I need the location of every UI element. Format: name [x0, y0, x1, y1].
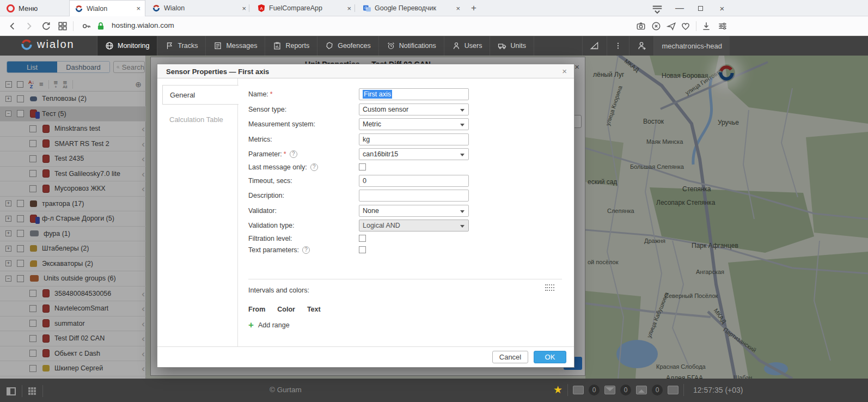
secure-lock-icon[interactable]	[96, 21, 106, 31]
forward-icon[interactable]	[24, 21, 34, 31]
field-label: Validator:	[248, 207, 359, 215]
tab-menu-icon[interactable]	[651, 3, 663, 13]
text-input[interactable]: 0	[359, 175, 469, 187]
dialog-footer: Cancel OK	[157, 346, 574, 367]
intervals-column-text: Text	[307, 306, 321, 313]
bookmark-heart-icon[interactable]	[681, 21, 690, 31]
tools-ruler-icon[interactable]	[582, 36, 607, 56]
angular-favicon-icon: A	[258, 4, 265, 12]
sensor-properties-dialog: Sensor Properties — First axis × General…	[157, 64, 574, 368]
field-label: Metrics:	[248, 136, 359, 143]
translate-favicon-icon: G	[363, 4, 371, 12]
nav-item-label: Messages	[226, 42, 257, 50]
svg-text:A: A	[260, 6, 263, 11]
dialog-close-icon[interactable]: ×	[562, 66, 567, 76]
nav-item-geofences[interactable]: Geofences	[317, 36, 378, 56]
user-switch-icon[interactable]	[629, 36, 653, 56]
form-divider	[248, 279, 562, 279]
tab-title: Wialon	[87, 5, 132, 13]
list-status-icon[interactable]	[573, 386, 584, 394]
browser-tab-bar: Меню Wialon×Wialon×AFuelCompareApp×GGoog…	[0, 0, 868, 16]
nav-item-tracks[interactable]: Tracks	[157, 36, 205, 56]
dialog-tab-calculation-table[interactable]: Calculation Table	[157, 110, 237, 130]
browser-tab[interactable]: Wialon×	[69, 0, 145, 16]
window-restore-button[interactable]	[689, 0, 711, 16]
text-input[interactable]: First axis	[359, 88, 469, 100]
intervals-column-color: Color	[277, 306, 295, 313]
adblock-shield-icon[interactable]	[651, 21, 661, 31]
field-checkbox[interactable]	[359, 163, 366, 170]
browser-address-bar: hosting.wialon.com	[0, 16, 868, 36]
wialon-logo-word: wialon	[37, 38, 75, 51]
nav-item-messages[interactable]: Messages	[205, 36, 265, 56]
form-row: Filtration level:	[248, 235, 574, 242]
select-dropdown[interactable]: Custom sensor	[359, 103, 469, 115]
new-tab-button[interactable]: +	[467, 2, 480, 15]
intervals-grid-icon[interactable]	[545, 284, 554, 291]
favorites-star-icon[interactable]: ★	[553, 383, 563, 396]
help-icon[interactable]: ?	[290, 150, 297, 158]
text-input[interactable]	[359, 190, 469, 202]
mail-status-icon[interactable]	[604, 386, 615, 394]
help-icon[interactable]: ?	[310, 163, 318, 171]
select-dropdown[interactable]: Logical AND	[359, 220, 469, 232]
share-icon[interactable]	[667, 21, 676, 31]
browser-tab[interactable]: GGoogle Переводчик×	[358, 0, 464, 16]
list-count-badge: 0	[589, 385, 600, 395]
snapshot-camera-icon[interactable]	[636, 21, 646, 31]
nav-item-units[interactable]: Units	[490, 36, 534, 56]
nav-item-monitoring[interactable]: Monitoring	[97, 36, 157, 56]
window-minimize-button[interactable]: —	[669, 0, 690, 16]
back-icon[interactable]	[8, 21, 17, 31]
dialog-tab-general[interactable]: General	[162, 85, 239, 105]
tab-title: Google Переводчик	[375, 4, 451, 12]
field-checkbox[interactable]	[359, 246, 366, 253]
select-dropdown[interactable]: Metric	[359, 118, 469, 130]
units-icon	[498, 41, 506, 50]
form-row: Description:	[248, 190, 574, 202]
field-checkbox[interactable]	[359, 235, 366, 242]
field-label: Timeout, secs:	[248, 177, 359, 185]
speed-dial-icon[interactable]	[58, 21, 68, 31]
text-input[interactable]: kg	[359, 133, 469, 145]
field-label: Measurement system:	[248, 120, 359, 128]
nav-item-reports[interactable]: Reports	[265, 36, 317, 56]
toggle-panel-icon[interactable]	[7, 387, 16, 395]
layout-panels-icon[interactable]	[668, 386, 678, 394]
tab-close-icon[interactable]: ×	[242, 4, 246, 13]
form-row: Timeout, secs:0	[248, 175, 574, 187]
help-icon[interactable]: ?	[302, 246, 310, 254]
nav-item-label: Tracks	[178, 42, 198, 50]
nav-username[interactable]: mechatronics-head	[653, 36, 730, 56]
browser-menu-button[interactable]: Меню	[0, 0, 68, 16]
nav-item-label: Geofences	[338, 42, 370, 50]
notifications-icon	[387, 41, 395, 50]
tab-close-icon[interactable]: ×	[136, 4, 140, 13]
browser-tab[interactable]: Wialon×	[147, 0, 250, 16]
cancel-button[interactable]: Cancel	[492, 351, 528, 363]
select-dropdown[interactable]: can16bitr15	[359, 148, 469, 160]
dialog-titlebar[interactable]: Sensor Properties — First axis ×	[157, 64, 574, 78]
reload-icon[interactable]	[41, 21, 51, 31]
add-range-button[interactable]: + Add range	[248, 321, 290, 329]
window-close-button[interactable]: ×	[711, 0, 733, 16]
wialon-favicon-icon	[75, 5, 83, 13]
settings-tuner-icon[interactable]	[718, 21, 728, 31]
nav-item-notifications[interactable]: Notifications	[378, 36, 444, 56]
key-icon[interactable]	[82, 21, 91, 31]
media-status-icon[interactable]	[636, 386, 647, 394]
url-text[interactable]: hosting.wialon.com	[112, 21, 174, 29]
workspace: МКАДНовая Бороваяулица Гинтовталёный Луг…	[0, 56, 868, 379]
nav-item-users[interactable]: Users	[444, 36, 490, 56]
apps-grid-icon[interactable]	[28, 387, 36, 395]
more-kebab-icon[interactable]	[607, 36, 629, 56]
tab-close-icon[interactable]: ×	[347, 4, 351, 13]
browser-menu-label: Меню	[19, 4, 38, 13]
browser-tab[interactable]: AFuelCompareApp×	[252, 0, 356, 16]
wialon-logo: wialon	[21, 38, 75, 51]
ok-button[interactable]: OK	[534, 351, 566, 363]
downloads-icon[interactable]	[701, 21, 711, 31]
reports-icon	[273, 41, 282, 50]
tab-close-icon[interactable]: ×	[456, 4, 460, 13]
select-dropdown[interactable]: None	[359, 205, 469, 217]
